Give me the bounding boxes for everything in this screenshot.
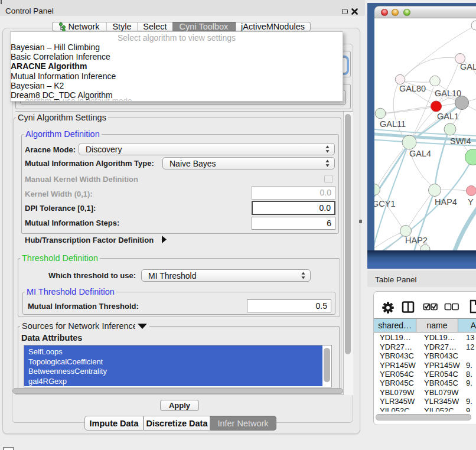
svg-text:SWI4: SWI4 [450,136,471,146]
svg-text:HAP4: HAP4 [435,197,457,207]
svg-text:GAL2: GAL2 [460,62,476,71]
svg-text:GAL11: GAL11 [380,119,406,129]
svg-text:Y: Y [468,197,474,207]
svg-text:GAL4: GAL4 [409,149,431,158]
svg-text:GAL10: GAL10 [435,89,461,98]
svg-text:GCY1: GCY1 [374,199,396,208]
svg-text:HAP2: HAP2 [405,236,428,245]
svg-text:GAL1: GAL1 [437,112,459,121]
svg-text:GAL80: GAL80 [399,84,426,93]
